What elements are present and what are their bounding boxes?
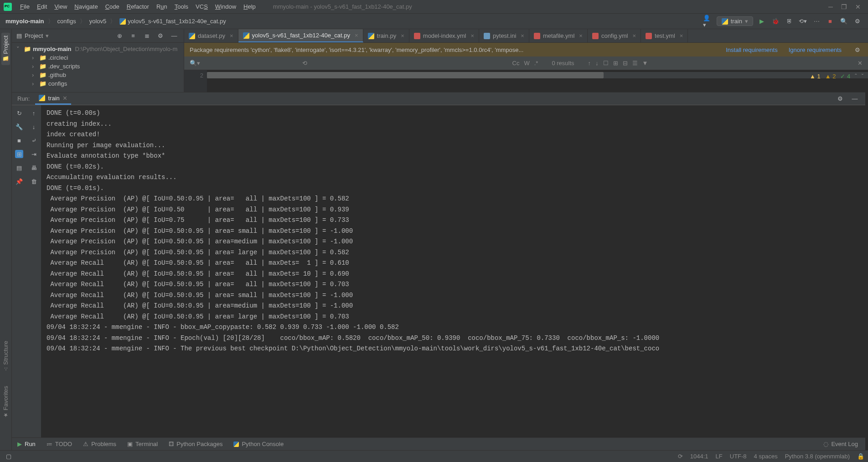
indent[interactable]: 4 spaces [754,453,778,460]
menu-tools[interactable]: Tools [171,3,192,10]
editor-tab[interactable]: train.py× [363,29,409,42]
expand-all-icon[interactable]: ≡ [128,31,138,41]
menu-help[interactable]: Help [240,3,259,10]
close-tab-icon[interactable]: × [521,32,524,39]
favorites-tool-tab[interactable]: ★ Favorites [2,386,9,418]
line-ending[interactable]: LF [716,453,723,460]
tree-item[interactable]: ›📁.dev_scripts [12,62,184,71]
menu-run[interactable]: Run [153,3,171,10]
menu-edit[interactable]: Edit [33,3,51,10]
problems-tool-tab[interactable]: ⚠Problems [78,441,122,447]
print-icon[interactable]: 🖶 [30,164,38,172]
editor-tab[interactable]: metafile.yml× [529,29,588,42]
menu-code[interactable]: Code [102,3,123,10]
python-packages-tool-tab[interactable]: ⚃Python Packages [163,441,228,447]
tree-item[interactable]: ›📁configs [12,79,184,88]
wrench-icon[interactable]: 🔧 [15,123,23,131]
tree-item[interactable]: ›📁.github [12,71,184,79]
add-selection-icon[interactable]: ⊞ [613,60,618,67]
run-tab[interactable]: train ✕ [35,93,71,105]
toggle-icon[interactable]: ☰ [632,60,638,67]
close-icon[interactable]: ✕ [855,3,861,10]
settings-icon[interactable]: ⚙ [155,31,165,41]
menu-window[interactable]: Window [212,3,240,10]
editor-tab[interactable]: model-index.yml× [409,29,479,42]
typo-badge[interactable]: ✓ 4 [840,73,850,80]
settings-icon[interactable]: ⚙ [835,94,845,104]
event-log-tab[interactable]: ◌Event Log [823,441,865,447]
soft-wrap-icon[interactable]: ⤶ [30,136,38,144]
interpreter[interactable]: Python 3.8 (openmmlab) [785,453,850,460]
remove-selection-icon[interactable]: ⊟ [623,60,628,67]
python-console-tool-tab[interactable]: Python Console [228,441,289,447]
history-icon[interactable]: ⟲ [302,60,307,67]
add-user-icon[interactable]: 👤▾ [703,16,713,26]
close-tab-icon[interactable]: × [579,32,583,39]
debug-button[interactable]: 🐞 [770,16,780,26]
warning-badge[interactable]: ▲ 1 [810,73,821,80]
terminal-tool-tab[interactable]: ▣Terminal [122,441,163,447]
breadcrumb-item[interactable]: configs [57,18,76,25]
lock-icon[interactable]: 🔒 [857,453,864,460]
minimize-icon[interactable]: ─ [828,3,833,10]
layout-icon[interactable]: ⊞ [15,150,23,158]
next-match-icon[interactable]: ↓ [595,60,599,67]
close-tab-icon[interactable]: ✕ [62,95,67,102]
close-tab-icon[interactable]: × [230,32,233,39]
encoding[interactable]: UTF-8 [730,453,747,460]
editor-tab[interactable]: test.yml× [641,29,688,42]
ignore-requirements-link[interactable]: Ignore requirements [789,46,842,53]
search-icon[interactable]: 🔍 [839,16,849,26]
close-tab-icon[interactable]: × [401,32,404,39]
regex-toggle[interactable]: .* [534,60,538,67]
breadcrumb-file[interactable]: yolov5_s-v61_fast_1xb12-40e_cat.py [128,18,226,25]
collapse-all-icon[interactable]: ≣ [142,31,152,41]
run-tool-tab[interactable]: ▶Run [12,441,41,447]
project-tool-tab[interactable]: 📁 Project [1,33,10,65]
tool-windows-icon[interactable]: ▢ [4,452,14,462]
attach-button[interactable]: ⋯ [811,16,822,26]
profile-button[interactable]: ⟲▾ [798,16,808,26]
inspection-widget[interactable]: ▲ 1 ▲ 2 ✓ 4 ˆ ˇ [810,73,863,80]
match-case-toggle[interactable]: Cc [512,60,520,67]
stop-button[interactable]: ■ [825,16,835,26]
close-tab-icon[interactable]: × [680,32,683,39]
clear-icon[interactable]: 🗑 [30,177,38,185]
menu-vcs[interactable]: VCS [192,3,212,10]
install-requirements-link[interactable]: Install requirements [726,46,777,53]
scroll-to-end-icon[interactable]: ⇥ [30,150,38,158]
tree-item[interactable]: ›📁.circleci [12,53,184,62]
filter-icon[interactable]: ▼ [642,60,648,67]
maximize-icon[interactable]: ❐ [841,3,847,10]
menu-navigate[interactable]: Navigate [71,3,101,10]
hide-icon[interactable]: — [850,94,860,104]
rerun-icon[interactable]: ↻ [15,109,23,117]
run-config-selector[interactable]: train ▾ [717,16,753,26]
editor-tab[interactable]: pytest.ini× [479,29,529,42]
editor-tab[interactable]: yolov5_s-v61_fast_1xb12-40e_cat.py× [238,29,363,42]
down-icon[interactable]: ↓ [30,123,38,131]
next-highlight-icon[interactable]: ˇ [862,73,863,80]
todo-tool-tab[interactable]: ≔TODO [41,441,78,447]
horizontal-scrollbar[interactable] [207,72,868,78]
close-search-icon[interactable]: ✕ [858,60,863,67]
up-icon[interactable]: ↑ [30,109,38,117]
caret-position[interactable]: 1044:1 [690,453,708,460]
project-tree[interactable]: ˅ 📁 mmyolo-main D:\Python\Object_Detecti… [12,43,184,90]
hide-icon[interactable]: — [169,31,179,41]
close-tab-icon[interactable]: × [632,32,636,39]
prev-match-icon[interactable]: ↑ [588,60,591,67]
locate-icon[interactable]: ⊕ [114,31,124,41]
tree-root[interactable]: ˅ 📁 mmyolo-main D:\Python\Object_Detecti… [12,45,184,53]
menu-file[interactable]: File [16,3,33,10]
settings-icon[interactable]: ⚙ [852,16,863,26]
editor-tab[interactable]: config.yml× [588,29,641,42]
layout2-icon[interactable]: ▤ [15,164,23,172]
prev-highlight-icon[interactable]: ˆ [855,73,857,80]
run-button[interactable]: ▶ [757,16,767,26]
breadcrumb-root[interactable]: mmyolo-main [5,18,44,25]
search-icon[interactable]: 🔍▾ [190,60,200,67]
coverage-button[interactable]: ⛨ [784,16,794,26]
settings-icon[interactable]: ⚙ [852,45,863,55]
close-tab-icon[interactable]: × [355,32,358,39]
